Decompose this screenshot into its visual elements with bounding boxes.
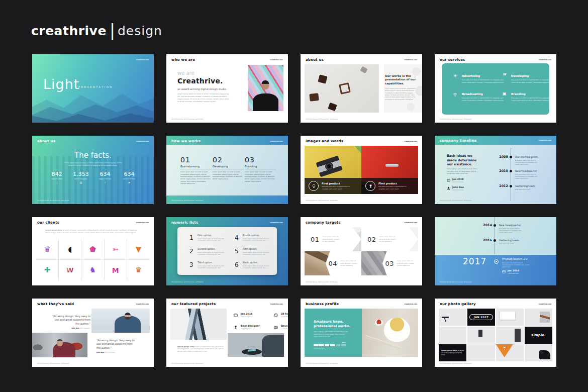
stat-value: 1.353	[69, 171, 92, 177]
site-url: creathrive.com	[270, 222, 283, 224]
meta-title: Jan 2018	[508, 269, 519, 272]
option-body: Lorem ipsum dolor sit amet sit amet, con…	[243, 238, 278, 242]
slide-our-clients[interactable]: our clients creathrive.com Lorem ipsum d…	[32, 217, 154, 285]
slide-how-we-works[interactable]: how we works creathrive.com 01 Brainstor…	[166, 136, 288, 204]
milestone-title: Product launch 2.0	[502, 257, 527, 260]
service-body: Duis aute irure dolor in reprehenderit i…	[511, 97, 555, 102]
slide-featured-projects[interactable]: our featured projects creathrive.com Jan…	[166, 299, 288, 367]
step-title: Developing	[213, 165, 244, 169]
slide-footer: multipurpose professional template	[440, 118, 472, 120]
site-url: creathrive.com	[270, 303, 283, 305]
slide-timeline-continued[interactable]: 2014 New headquarter Duis aute irure lor…	[435, 217, 556, 285]
site-url: creathrive.com	[136, 303, 149, 305]
services-panel: ✳ Advertising Duis aute irure dolor in r…	[442, 63, 549, 115]
caption-title: First product	[378, 182, 412, 185]
building-photo	[170, 309, 227, 340]
quote-author: John Doe	[72, 327, 79, 329]
gallery-grid: JAN 2017 simple. Lorem ipsum dolor sit a…	[439, 309, 552, 361]
event-title: New headquarter	[515, 169, 537, 172]
chocolate-photo	[305, 64, 379, 113]
service-title: Developing	[511, 74, 555, 77]
quote-company: One company.	[104, 351, 115, 353]
event-dot	[510, 185, 512, 187]
slide-testimonials[interactable]: what they've said creathrive.com “Amazin…	[32, 299, 154, 367]
client-logo-grid: ♛ ◖ ⬟ ➳ ▼ ✚ W ♞ M ♛	[36, 239, 150, 280]
target-quadrant: 01Lorem ipsum dolor sit amet sit amet, c…	[305, 227, 361, 251]
gallery-caption-tile: Lorem ipsum dolor sit amet sit amet, lor…	[439, 344, 466, 361]
gallery-photo-bathroom	[467, 327, 495, 344]
cover-subtitle: PRESENTATION	[78, 85, 113, 88]
slide-cover[interactable]: creathrive.com Light PRESENTATION	[32, 54, 154, 123]
slide-images-and-words[interactable]: images and words creathrive.com First pr…	[301, 136, 422, 204]
slide-photo-gallery[interactable]: our photo gallery creathrive.com JAN 201…	[435, 299, 556, 367]
event-dot	[510, 156, 512, 158]
profile-body: Sed ut perspi ciatis lorem ut unde omnis…	[314, 331, 349, 338]
gallery-photo-chair	[525, 309, 552, 326]
target-body: Lorem ipsum dolor sit amet sit amet, con…	[397, 260, 414, 266]
portrait-photo-denim	[91, 309, 150, 333]
info-sub: insert title here	[241, 316, 274, 318]
option-number: 5	[235, 248, 239, 255]
option-body: Lorem ipsum dolor sit amet sit amet, con…	[198, 251, 233, 256]
body-lead: Lorem ipsum dolor	[45, 229, 62, 231]
slide-header: our featured projects	[171, 302, 216, 306]
bowl	[384, 318, 410, 342]
trophy-icon	[234, 325, 238, 329]
content-panel: 01 Brainstorming Lorem ipsum dolor sit a…	[166, 145, 288, 195]
interior-photo	[228, 333, 284, 357]
target-number: 04	[328, 260, 337, 267]
slide-numeric-lists[interactable]: numeric lists creathrive.com 1First opti…	[166, 217, 288, 285]
slide-our-services[interactable]: our services creathrive.com ✳ Advertisin…	[435, 54, 556, 123]
option-number: 2	[189, 248, 193, 255]
stat-label: cups of coffee	[45, 178, 68, 180]
slide-business-profile[interactable]: business profile creathrive.com Amateurs…	[301, 299, 422, 367]
stat-value: 634	[118, 171, 141, 177]
portrait-photo	[248, 65, 283, 111]
slide-the-facts[interactable]: about us creathrive.com The facts. Lorem…	[32, 136, 154, 204]
slide-footer: multipurpose professional template	[306, 362, 338, 364]
stat-label: happy customer	[93, 178, 117, 180]
slide-company-targets[interactable]: company targets creathrive.com 01Lorem i…	[301, 217, 422, 285]
step-title: Branding	[245, 165, 276, 169]
step-body: Lorem ipsum dolor sit amet sit amet, con…	[213, 171, 244, 180]
target-quadrant: 04Lorem ipsum dolor sit amet sit amet, c…	[305, 251, 361, 275]
timeline-heading: Each ideas we made determine our existan…	[447, 154, 480, 167]
person-icon	[447, 186, 450, 190]
target-number: 03	[385, 260, 394, 267]
target-number: 02	[367, 236, 376, 243]
event-body: Duis aute irure lorem dolor in reprehend…	[515, 173, 541, 180]
slide-company-timeline[interactable]: company timeline creathrive.com Each ide…	[435, 136, 556, 204]
slide-header: about us	[306, 58, 324, 62]
info-title: Jan 2018	[241, 313, 274, 315]
camera-shape	[316, 156, 342, 177]
facts-body: Lorem ipsum dolor sit amet sit amet, con…	[62, 162, 124, 167]
slide-who-we-are[interactable]: who we are creathrive.com we are Creathr…	[166, 54, 288, 123]
slide-header: how we works	[171, 139, 201, 143]
logo-light: design	[118, 25, 162, 37]
profile-heading: Amateurs hope, professional works.	[314, 320, 362, 329]
site-url: creathrive.com	[136, 140, 149, 142]
event-title: Gathering team.	[499, 239, 520, 242]
site-url: creathrive.com	[405, 59, 418, 61]
slide-header: images and words	[306, 139, 343, 143]
option-title: Fourth option.	[243, 234, 278, 237]
clients-body: Lorem ipsum dolor sit amet sit amet, con…	[45, 229, 141, 234]
logo-bold: creathrive	[31, 25, 107, 37]
calendar-icon	[502, 270, 506, 274]
client-logo: ♛	[135, 266, 142, 274]
option-number: 4	[235, 234, 239, 241]
paper-icon: ▤	[69, 181, 92, 184]
client-logo: ◖	[68, 246, 72, 253]
service-title: Branding	[511, 92, 555, 95]
milestone-meta: Jan 2018 insert title here	[502, 269, 519, 274]
intro-text: we are	[177, 70, 194, 76]
slide-header: our photo gallery	[440, 302, 476, 306]
camera-photo: First product Duis aute irure dolor in r…	[305, 146, 361, 194]
logo-divider: |	[110, 22, 115, 39]
testimonial-quote: “Amazing design. Very easy to use and gr…	[51, 315, 90, 329]
service-body: Duis aute irure dolor in reprehenderit i…	[462, 97, 506, 102]
slide-footer: multipurpose professional template	[306, 118, 338, 120]
target-body: Lorem ipsum dolor sit amet sit amet, con…	[340, 260, 357, 266]
slide-about-us[interactable]: about us creathrive.com Our works is the…	[301, 54, 422, 123]
slide-footer: multipurpose professional template	[171, 118, 204, 120]
